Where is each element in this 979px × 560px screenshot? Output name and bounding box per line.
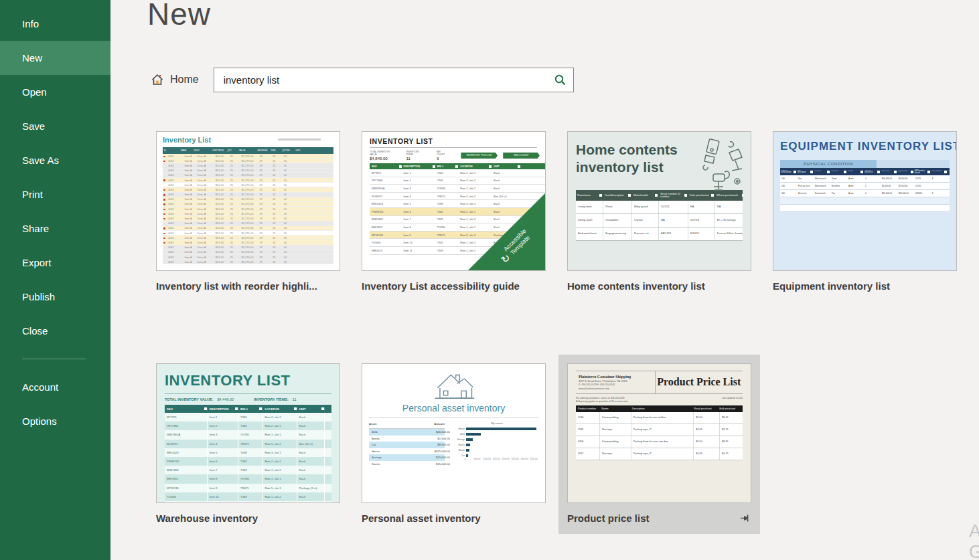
preview-el: BN87684 bbox=[370, 217, 402, 221]
preview-el: 29 bbox=[258, 155, 271, 158]
template-caption-row: Inventory List accessibility guide bbox=[362, 278, 546, 293]
preview-el: 25 bbox=[229, 159, 240, 163]
sidebar-item-save-as[interactable]: Save As bbox=[0, 143, 110, 177]
template-caption-row: Warehouse inventory bbox=[156, 510, 340, 525]
preview-el: Each bbox=[297, 422, 325, 430]
preview-el: T345 bbox=[238, 422, 262, 430]
preview-stats: TOTAL INVENTORY VALUE$4,849.00INVENTORY … bbox=[370, 151, 545, 161]
template-card-t7[interactable]: Plainterra Container Shipping4567 N. Bro… bbox=[558, 355, 760, 534]
preview-table-row: 2345Box tapePacking tape, 2"$3.99$3.75 bbox=[576, 424, 743, 436]
reorder-dot bbox=[163, 161, 165, 163]
preview-el: 7RT1980 bbox=[165, 422, 208, 430]
preview-el: 29 bbox=[258, 256, 271, 259]
template-thumbnail: EQUIPMENT INVENTORY LISTPHYSICAL CONDITI… bbox=[773, 131, 957, 271]
preview-table-row: 4061Item ADesc A$51.0025$1,275.00291350 bbox=[163, 240, 333, 245]
preview-el: 8RD3423 bbox=[370, 202, 402, 205]
sidebar-item-print[interactable]: Print bbox=[0, 177, 110, 211]
sidebar-item-open[interactable]: Open bbox=[0, 75, 110, 109]
preview-el: 13 bbox=[271, 226, 283, 229]
template-caption: Product price list bbox=[567, 512, 650, 524]
preview-el: Desc A bbox=[196, 241, 214, 244]
sidebar-item-publish[interactable]: Publish bbox=[0, 280, 110, 314]
preview-el: En + Es Design bbox=[715, 214, 743, 227]
filter-icon bbox=[827, 171, 830, 173]
preview-table-row: 4061Item ADesc A$51.0025$1,275.00291350 bbox=[163, 163, 333, 168]
preview-el: 1234 bbox=[576, 412, 600, 424]
template-card-t4[interactable]: EQUIPMENT INVENTORY LISTPHYSICAL CONDITI… bbox=[764, 122, 966, 302]
preview-el: 9D38767 bbox=[370, 195, 402, 198]
preview-el: Each bbox=[297, 430, 325, 439]
template-card-t5[interactable]: INVENTORY LISTTOTAL INVENTORY VALUE:$4,4… bbox=[147, 355, 349, 534]
filter-icon bbox=[259, 407, 262, 410]
preview-table-header: AssetAmount bbox=[369, 422, 445, 429]
template-card-t2[interactable]: INVENTORY LISTTOTAL INVENTORY VALUE$4,84… bbox=[353, 122, 554, 302]
reorder-dot bbox=[163, 233, 165, 235]
preview-el: $51.00 bbox=[214, 246, 229, 249]
preview-el: Item A bbox=[183, 159, 196, 163]
preview-el: 13 bbox=[271, 188, 283, 191]
reorder-dot bbox=[163, 242, 165, 244]
preview-el: T345 bbox=[435, 210, 458, 213]
template-card-t1[interactable]: Inventory ListIDNAMEDESCUNIT PRICEQTYVAL… bbox=[147, 122, 349, 302]
preview-el: 50 bbox=[283, 236, 295, 240]
preview-button: BIN LOOKUP bbox=[503, 153, 540, 159]
preview-table-row: 100VanMain branchGoodAcme4$50,000.00$5,0… bbox=[780, 175, 950, 183]
company-line: www.plainterracontainer.com bbox=[579, 387, 652, 390]
preview-el: 50 bbox=[283, 179, 295, 182]
sidebar-item-new[interactable]: New bbox=[0, 41, 110, 75]
preview-el: Baby grand bbox=[632, 201, 659, 213]
preview-el: PW98762 bbox=[165, 457, 208, 466]
preview-el: $51.00 bbox=[214, 236, 229, 240]
preview-el: 25 bbox=[229, 207, 240, 211]
preview-el: T345 bbox=[435, 171, 458, 175]
sidebar-item-account[interactable]: Account bbox=[0, 370, 110, 404]
filter-icon bbox=[927, 171, 930, 173]
preview-el: TIME bbox=[269, 149, 281, 152]
preview-el: Item A bbox=[183, 179, 196, 182]
sidebar-item-close[interactable]: Close bbox=[0, 314, 110, 348]
preview-el: 4061 bbox=[167, 169, 183, 172]
preview-el: SKU bbox=[370, 165, 402, 168]
preview-el: Bulk price/unit bbox=[717, 407, 743, 410]
preview-el: 1/1/20 bbox=[914, 185, 931, 187]
preview-el: 50 bbox=[283, 221, 295, 225]
search-input[interactable] bbox=[222, 74, 554, 86]
preview-el: $1,275.00 bbox=[240, 164, 258, 167]
preview-notes: For ordering assistance, call us at 456-… bbox=[576, 397, 743, 403]
preview-el: Row 1, slot 1 bbox=[262, 430, 297, 439]
preview-el: Item A bbox=[183, 256, 196, 259]
sidebar-item-save[interactable]: Save bbox=[0, 109, 110, 143]
preview-el: 300 bbox=[780, 192, 797, 195]
sidebar-item-share[interactable]: Share bbox=[0, 211, 110, 246]
pin-icon[interactable] bbox=[740, 512, 751, 524]
preview-el: $51.00 bbox=[214, 183, 229, 187]
data-cell: House bbox=[369, 450, 406, 453]
sidebar-item-options[interactable]: Options bbox=[0, 404, 110, 438]
preview-el: 29 bbox=[258, 212, 271, 215]
preview-el: $8.95 bbox=[720, 436, 743, 448]
magnifier-icon[interactable] bbox=[554, 74, 567, 86]
breadcrumb-home[interactable]: Home bbox=[151, 73, 199, 86]
template-caption-row: Inventory list with reorder highli... bbox=[156, 278, 340, 293]
note-left: For ordering assistance, call us at 456-… bbox=[576, 397, 628, 403]
preview-el: $51.00 bbox=[214, 256, 229, 259]
preview-el: Each bbox=[492, 187, 520, 190]
template-card-t3[interactable]: Home contentsinventory listRoom/areaItem… bbox=[558, 122, 760, 302]
preview-el: TG780 bbox=[435, 225, 458, 229]
note-updated: Last updated: 6/1/20 bbox=[722, 397, 743, 403]
preview-el: 25 bbox=[229, 260, 240, 264]
preview-table-row: 9D38767Item 4TR675Row 5, slot 2Box (10 c… bbox=[165, 440, 331, 448]
preview-bar-chart: My assetsHouse401kSavingsStocksBondsCar$… bbox=[454, 422, 540, 467]
sidebar-item-info[interactable]: Info bbox=[0, 7, 110, 41]
filter-icon bbox=[628, 194, 631, 197]
preview-el: Item 2 bbox=[402, 179, 435, 182]
preview-el: Retail price/unit bbox=[692, 407, 717, 410]
template-card-t6[interactable]: Personal asset inventoryAssetAmount401k$… bbox=[353, 355, 554, 534]
chart-bar-label: Bonds bbox=[454, 449, 466, 452]
search-row: Home bbox=[151, 67, 574, 92]
data-cell: $20,000.00 bbox=[406, 456, 450, 459]
preview-el: Main branch bbox=[814, 177, 830, 180]
preview-title: Personal asset inventory bbox=[368, 403, 540, 413]
sidebar-item-export[interactable]: Export bbox=[0, 246, 110, 280]
preview-el: 100 bbox=[780, 177, 797, 180]
